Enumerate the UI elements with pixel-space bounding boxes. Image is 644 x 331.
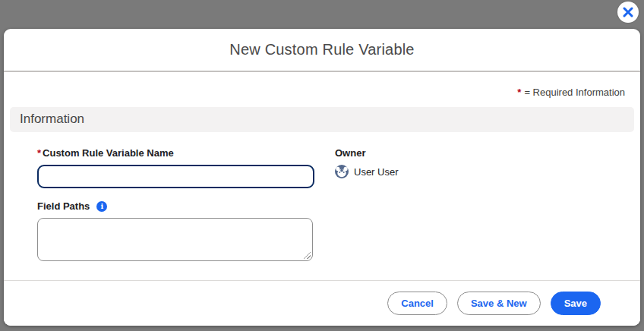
save-and-new-button[interactable]: Save & New	[457, 292, 541, 315]
owner-value: User User	[335, 165, 625, 178]
form-column-right: Owner User User	[335, 147, 625, 261]
field-custom-rule-variable-name: * Custom Rule Variable Name	[37, 147, 335, 188]
field-paths-label-text: Field Paths	[37, 200, 90, 212]
close-icon	[622, 6, 634, 18]
field-paths-textarea-wrap	[37, 218, 313, 261]
cancel-button[interactable]: Cancel	[387, 292, 447, 315]
required-note-text: = Required Information	[524, 87, 625, 98]
field-field-paths: Field Paths i	[37, 200, 335, 261]
custom-rule-variable-name-input[interactable]	[37, 165, 314, 188]
textarea-resize-handle-icon[interactable]	[303, 251, 311, 259]
owner-label: Owner	[335, 147, 625, 159]
field-paths-textarea[interactable]	[37, 218, 313, 261]
section-header-information: Information	[10, 107, 634, 132]
owner-value-text: User User	[354, 166, 399, 178]
modal-footer: Cancel Save & New Save	[4, 280, 640, 326]
modal-title: New Custom Rule Variable	[229, 41, 414, 58]
modal-body: *= Required Information Information * Cu…	[4, 72, 640, 280]
owner-label-text: Owner	[335, 147, 365, 159]
field-required-asterisk: *	[37, 147, 41, 159]
modal-header: New Custom Rule Variable	[4, 29, 640, 72]
field-paths-label: Field Paths i	[37, 200, 335, 212]
required-asterisk: *	[517, 87, 521, 98]
new-custom-rule-variable-modal: New Custom Rule Variable *= Required Inf…	[4, 29, 640, 326]
form-fields: * Custom Rule Variable Name Field Paths …	[4, 132, 640, 261]
save-button[interactable]: Save	[551, 292, 601, 315]
required-information-note: *= Required Information	[4, 72, 640, 106]
custom-rule-variable-name-label: * Custom Rule Variable Name	[37, 147, 335, 159]
section-header-label: Information	[20, 112, 84, 126]
form-column-left: * Custom Rule Variable Name Field Paths …	[37, 147, 335, 261]
info-icon[interactable]: i	[96, 201, 107, 212]
user-avatar-icon	[335, 165, 349, 178]
custom-rule-variable-name-label-text: Custom Rule Variable Name	[43, 147, 174, 159]
close-button[interactable]	[617, 2, 639, 23]
